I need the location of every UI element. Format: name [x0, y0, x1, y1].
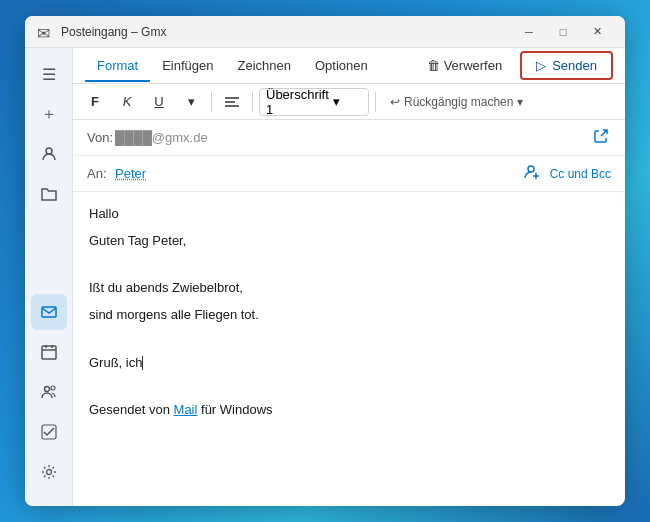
undo-arrow: ▾: [517, 95, 523, 109]
window-title: Posteingang – Gmx: [61, 25, 513, 39]
undo-label: Rückgängig machen: [404, 95, 513, 109]
svg-point-0: [46, 148, 52, 154]
title-bar: ✉ Posteingang – Gmx ─ □ ✕: [25, 16, 625, 48]
undo-icon: ↩: [390, 95, 400, 109]
signature-text: Gesendet von: [89, 402, 174, 417]
heading-dropdown-arrow: ▾: [333, 94, 362, 109]
sidebar-item-settings[interactable]: [31, 454, 67, 490]
to-address[interactable]: Peter: [115, 166, 522, 181]
underline-button[interactable]: U: [145, 88, 173, 116]
text-cursor: [142, 356, 143, 370]
formatting-toolbar: F K U ▾ Überschrift 1 ▾: [73, 84, 625, 120]
close-button[interactable]: ✕: [581, 18, 613, 46]
sidebar-item-calendar[interactable]: [31, 334, 67, 370]
from-label: Von:: [87, 130, 115, 145]
window-controls: ─ □ ✕: [513, 18, 613, 46]
tab-format[interactable]: Format: [85, 50, 150, 81]
send-icon: ▷: [536, 58, 546, 73]
sidebar-item-folder[interactable]: [31, 176, 67, 212]
align-button[interactable]: [218, 88, 246, 116]
bold-button[interactable]: F: [81, 88, 109, 116]
sidebar-item-people[interactable]: [31, 374, 67, 410]
sidebar-item-tasks[interactable]: [31, 414, 67, 450]
svg-point-9: [46, 470, 51, 475]
send-label: Senden: [552, 58, 597, 73]
svg-point-6: [44, 387, 49, 392]
heading-dropdown[interactable]: Überschrift 1 ▾: [259, 88, 369, 116]
cc-bcc-link[interactable]: Cc und Bcc: [550, 167, 611, 181]
toolbar-divider-1: [211, 92, 212, 112]
sidebar-bottom: [31, 294, 67, 498]
minimize-button[interactable]: ─: [513, 18, 545, 46]
sidebar-item-menu[interactable]: ☰: [31, 56, 67, 92]
message-body[interactable]: Hallo Guten Tag Peter, Ißt du abends Zwi…: [73, 192, 625, 506]
svg-point-7: [51, 386, 55, 390]
from-field-actions: [591, 126, 611, 149]
toolbar-divider-2: [252, 92, 253, 112]
sidebar-item-mail[interactable]: [31, 294, 67, 330]
tab-zeichnen[interactable]: Zeichnen: [226, 50, 303, 81]
add-recipient-icon[interactable]: [522, 162, 542, 185]
font-dropdown-arrow[interactable]: ▾: [177, 88, 205, 116]
send-button[interactable]: ▷ Senden: [520, 51, 613, 80]
ribbon-tabs: Format Einfügen Zeichnen Optionen 🗑 Verw…: [73, 48, 625, 84]
body-line-4: sind morgens alle Fliegen tot.: [89, 305, 609, 326]
ribbon-actions: 🗑 Verwerfen ▷ Senden: [417, 51, 613, 80]
main-content: Format Einfügen Zeichnen Optionen 🗑 Verw…: [73, 48, 625, 506]
svg-point-13: [528, 166, 534, 172]
body-line-1: Guten Tag Peter,: [89, 231, 609, 252]
body-line-6: Gruß, ich: [89, 353, 609, 374]
svg-rect-1: [42, 307, 56, 317]
compose-area: Von: ████@gmx.de An: Peter: [73, 120, 625, 506]
signature-line: Gesendet von Mail für Windows: [89, 400, 609, 421]
svg-rect-2: [42, 346, 56, 359]
body-line-3: Ißt du abends Zwiebelbrot,: [89, 278, 609, 299]
external-link-icon[interactable]: [591, 126, 611, 149]
sidebar-item-compose[interactable]: ＋: [31, 96, 67, 132]
to-field-row: An: Peter Cc und Bcc: [73, 156, 625, 192]
heading-label: Überschrift 1: [266, 87, 329, 117]
signature-suffix: für Windows: [197, 402, 272, 417]
to-field-actions: Cc und Bcc: [522, 162, 611, 185]
from-address: ████@gmx.de: [115, 130, 591, 145]
italic-button[interactable]: K: [113, 88, 141, 116]
app-window: ✉ Posteingang – Gmx ─ □ ✕ ☰ ＋: [25, 16, 625, 506]
mail-link[interactable]: Mail: [174, 402, 198, 417]
sidebar-item-profile[interactable]: [31, 136, 67, 172]
app-icon: ✉: [37, 24, 53, 40]
discard-label: Verwerfen: [444, 58, 503, 73]
toolbar-divider-3: [375, 92, 376, 112]
trash-icon: 🗑: [427, 58, 440, 73]
sidebar: ☰ ＋: [25, 48, 73, 506]
tab-optionen[interactable]: Optionen: [303, 50, 380, 81]
maximize-button[interactable]: □: [547, 18, 579, 46]
undo-button[interactable]: ↩ Rückgängig machen ▾: [382, 88, 531, 116]
from-field-row: Von: ████@gmx.de: [73, 120, 625, 156]
app-layout: ☰ ＋: [25, 48, 625, 506]
subject-line: Hallo: [89, 204, 609, 225]
to-label: An:: [87, 166, 115, 181]
tab-einfuegen[interactable]: Einfügen: [150, 50, 225, 81]
discard-button[interactable]: 🗑 Verwerfen: [417, 54, 513, 77]
